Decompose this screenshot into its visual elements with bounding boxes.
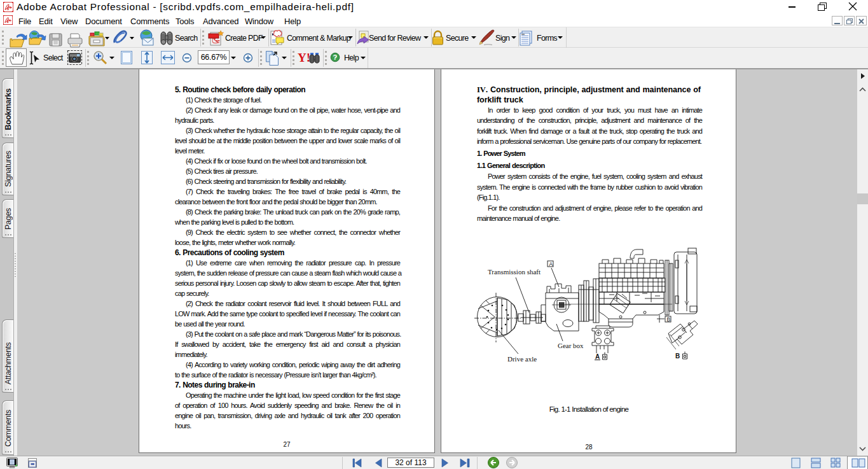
- svg-text:Gear box: Gear box: [558, 342, 584, 349]
- svg-text:B: B: [675, 353, 680, 360]
- svg-text:Transmission shaft: Transmission shaft: [488, 268, 541, 276]
- svg-text:A: A: [595, 353, 600, 360]
- svg-text:A: A: [549, 261, 553, 267]
- svg-text:Drive axle: Drive axle: [507, 355, 537, 363]
- svg-text:?: ?: [333, 53, 337, 61]
- svg-text:B: B: [667, 316, 671, 323]
- svg-text:Y!: Y!: [298, 51, 310, 64]
